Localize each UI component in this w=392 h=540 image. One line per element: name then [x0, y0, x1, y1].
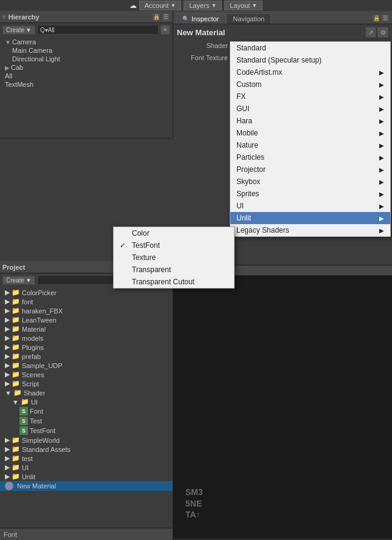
- ui-arrow-icon: ▶: [379, 203, 384, 210]
- inspector-menu-icon[interactable]: ☰: [381, 14, 390, 22]
- proj-item-new-material[interactable]: New Material: [0, 481, 173, 491]
- shader-nature[interactable]: Nature ▶: [230, 139, 390, 151]
- proj-item-prefab[interactable]: ▶📁prefab: [0, 352, 173, 361]
- hierarchy-lock-icon[interactable]: 🔒: [152, 13, 160, 21]
- project-tree: ▶📁ColorPicker ▶📁font ▶📁haraken_FBX ▶📁Lea…: [0, 287, 173, 540]
- unlit-texture[interactable]: Texture: [114, 251, 234, 264]
- layers-arrow-icon: ▼: [211, 2, 216, 9]
- mobile-arrow-icon: ▶: [379, 130, 384, 137]
- testfont-check: ✓: [120, 241, 129, 250]
- shader-sprites[interactable]: Sprites ▶: [230, 188, 390, 200]
- hierarchy-header: ≡ Hierarchy 🔒 ☰: [0, 11, 173, 23]
- proj-item-colorpicker[interactable]: ▶📁ColorPicker: [0, 288, 173, 297]
- proj-item-test-shader[interactable]: STest: [0, 416, 173, 426]
- shader-unlit[interactable]: Unlit ▶: [230, 212, 390, 224]
- shader-codeartist[interactable]: CodeArtist.mx ▶: [230, 66, 390, 78]
- codeartist-arrow-icon: ▶: [379, 69, 384, 76]
- cloud-icon: ☁: [129, 1, 137, 10]
- hierarchy-search-icon[interactable]: ✕: [160, 25, 170, 35]
- tab-inspector[interactable]: 🔍 Inspector: [176, 13, 225, 24]
- account-label: Account: [145, 2, 169, 9]
- proj-item-material[interactable]: ▶📁Material: [0, 324, 173, 333]
- proj-item-script[interactable]: ▶📁Script: [0, 379, 173, 388]
- material-header: New Material ↗ ⚙: [177, 27, 388, 38]
- inspector-tab-icon: 🔍: [182, 16, 189, 22]
- proj-item-test[interactable]: ▶📁test: [0, 454, 173, 463]
- hierarchy-menu-icon[interactable]: ☰: [162, 13, 170, 21]
- shader-skybox[interactable]: Skybox ▶: [230, 176, 390, 188]
- tree-item-cab[interactable]: ▶ Cab: [0, 63, 173, 72]
- proj-item-sample-udp[interactable]: ▶📁Sample_UDP: [0, 361, 173, 370]
- proj-item-testfont-shader[interactable]: STestFont: [0, 426, 173, 436]
- layout-arrow-icon: ▼: [252, 2, 257, 9]
- proj-item-plugins[interactable]: ▶📁Plugins: [0, 343, 173, 352]
- account-button[interactable]: Account ▼: [139, 1, 182, 10]
- custom-arrow-icon: ▶: [379, 81, 384, 88]
- shader-particles[interactable]: Particles ▶: [230, 151, 390, 163]
- hara-arrow-icon: ▶: [379, 118, 384, 125]
- fx-arrow-icon: ▶: [379, 94, 384, 100]
- shader-standard[interactable]: Standard: [230, 42, 390, 54]
- unlit-transparent-cutout[interactable]: Transparent Cutout: [114, 276, 234, 288]
- shader-standard-specular[interactable]: Standard (Specular setup): [230, 54, 390, 66]
- material-title: New Material: [177, 28, 225, 37]
- tab-navigation[interactable]: Navigation: [226, 13, 271, 24]
- font-texture-label: Font Texture: [177, 53, 232, 61]
- shader-ui[interactable]: UI ▶: [230, 200, 390, 212]
- proj-item-font[interactable]: ▶📁font: [0, 297, 173, 306]
- font-label: Font: [4, 531, 17, 538]
- hierarchy-create-button[interactable]: Create ▼: [2, 26, 35, 35]
- proj-item-leantween[interactable]: ▶📁LeanTween: [0, 315, 173, 324]
- proj-item-font-shader[interactable]: SFont: [0, 406, 173, 416]
- top-bar: ☁ Account ▼ Layers ▼ Layout ▼: [0, 0, 392, 11]
- proj-item-shader-ui[interactable]: ▼📁UI: [0, 397, 173, 406]
- proj-item-models[interactable]: ▶📁models: [0, 333, 173, 343]
- inspector-tabs: 🔍 Inspector Navigation 🔒 ☰: [173, 11, 392, 24]
- account-arrow-icon: ▼: [170, 2, 176, 9]
- shader-projector[interactable]: Projector ▶: [230, 163, 390, 176]
- layout-button[interactable]: Layout ▼: [224, 1, 263, 10]
- hierarchy-search-input[interactable]: [37, 25, 159, 35]
- preview-sample-text: SM35NETA↑: [185, 487, 203, 520]
- shader-mobile[interactable]: Mobile ▶: [230, 127, 390, 139]
- unlit-submenu: Color ✓ TestFont Texture Transparent Tra…: [113, 227, 235, 289]
- preview-body: SM35NETA↑: [173, 276, 392, 538]
- hierarchy-title: Hierarchy: [9, 13, 150, 21]
- layers-button[interactable]: Layers ▼: [184, 1, 222, 10]
- unlit-testfont[interactable]: ✓ TestFont: [114, 239, 234, 251]
- proj-item-shader[interactable]: ▼📁Shader: [0, 388, 173, 397]
- hierarchy-icon: ≡: [2, 13, 6, 20]
- proj-item-simpleworld[interactable]: ▶📁SimpleWorld: [0, 436, 173, 445]
- unlit-arrow-icon: ▶: [379, 215, 384, 222]
- unlit-color[interactable]: Color: [114, 227, 234, 239]
- proj-item-ui[interactable]: ▶📁UI: [0, 463, 173, 472]
- shader-fx[interactable]: FX ▶: [230, 91, 390, 103]
- tree-item-directional-light[interactable]: Directional Light: [0, 55, 173, 63]
- inspector-lock-icon[interactable]: 🔒: [372, 14, 380, 22]
- shader-legacy[interactable]: Legacy Shaders ▶: [230, 224, 390, 236]
- project-create-button[interactable]: Create ▼: [2, 276, 35, 285]
- material-settings-btn[interactable]: ⚙: [377, 27, 388, 38]
- shader-hara[interactable]: Hara ▶: [230, 115, 390, 127]
- sprites-arrow-icon: ▶: [379, 191, 384, 197]
- shader-gui[interactable]: GUI ▶: [230, 103, 390, 115]
- shader-custom[interactable]: Custom ▶: [230, 78, 390, 91]
- proj-item-scenes[interactable]: ▶📁Scenes: [0, 370, 173, 379]
- material-open-btn[interactable]: ↗: [365, 27, 376, 38]
- layout-label: Layout: [230, 2, 250, 9]
- tree-item-textmesh[interactable]: TextMesh: [0, 80, 173, 89]
- projector-arrow-icon: ▶: [379, 166, 384, 173]
- preview-area: New Material SM35NETA↑: [173, 265, 392, 540]
- tree-item-main-camera[interactable]: Main Camera: [0, 46, 173, 55]
- shader-dropdown-menu: Standard Standard (Specular setup) CodeA…: [230, 41, 391, 237]
- tree-item-all[interactable]: All: [0, 72, 173, 80]
- particles-arrow-icon: ▶: [379, 154, 384, 161]
- tree-item-camera[interactable]: ▼ Camera: [0, 38, 173, 46]
- proj-item-unlit[interactable]: ▶📁Unlit: [0, 472, 173, 481]
- proj-item-haraken[interactable]: ▶📁haraken_FBX: [0, 306, 173, 315]
- gui-arrow-icon: ▶: [379, 106, 384, 112]
- unlit-transparent[interactable]: Transparent: [114, 264, 234, 276]
- proj-item-standard-assets[interactable]: ▶📁Standard Assets: [0, 445, 173, 454]
- project-create-arrow-icon: ▼: [26, 277, 32, 284]
- legacy-arrow-icon: ▶: [379, 227, 384, 234]
